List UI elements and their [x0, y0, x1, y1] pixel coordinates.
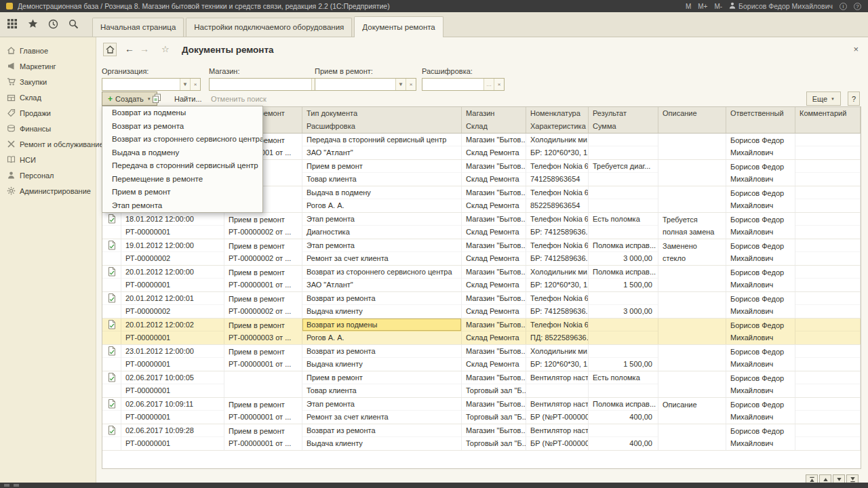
table-row[interactable]: 23.01.2012 12:00:00РТ-00000001Прием в ре…: [102, 345, 861, 371]
column-header[interactable]: НоменклатураХарактеристика: [526, 107, 589, 133]
column-header[interactable]: РезультатСумма: [589, 107, 658, 133]
table-row[interactable]: 18.01.2012 12:00:00РТ-00000001Прием в ре…: [102, 213, 861, 239]
create-menu-item-6[interactable]: Перемещение в ремонте: [102, 173, 262, 186]
main-menu-icon[interactable]: [7, 18, 18, 29]
organization-input[interactable]: ▼ ×: [102, 78, 201, 91]
forward-button[interactable]: →: [140, 43, 149, 54]
dropdown-icon[interactable]: ▼: [395, 79, 406, 90]
table-row[interactable]: 20.01.2012 12:00:01РТ-00000002Прием в ре…: [102, 292, 861, 319]
cell-nom: Телефон Nokia 6...741258963654: [526, 160, 589, 186]
memory-button-2[interactable]: М+: [698, 3, 707, 10]
more-button[interactable]: Еще ▼: [806, 92, 841, 106]
create-menu-item-8[interactable]: Этап ремонта: [102, 199, 262, 213]
detail-field[interactable]: [422, 79, 484, 90]
filter-organization: Организация: ▼ ×: [102, 67, 201, 91]
table-row[interactable]: 20.01.2012 12:00:00РТ-00000001Прием в ре…: [102, 266, 861, 292]
find-button[interactable]: Найти...: [168, 92, 208, 106]
column-header[interactable]: Комментарий: [795, 107, 861, 133]
create-menu-item-3[interactable]: Возврат из стороннего сервисного центра: [102, 133, 262, 146]
cell-resp: Борисов Федор Михайлович: [726, 134, 795, 159]
cell-shop: Магазин "Бытов...Склад Ремонта: [462, 160, 526, 186]
column-header[interactable]: МагазинСклад: [462, 107, 526, 133]
create-menu-item-4[interactable]: Выдача в подмену: [102, 146, 262, 160]
sidebar-item-main[interactable]: Главное: [0, 43, 96, 58]
doc-icon: [102, 345, 121, 358]
home-button[interactable]: [103, 43, 117, 56]
titlebar-help-icon[interactable]: ?: [854, 3, 861, 10]
tab-3[interactable]: Документы ремонта: [354, 16, 443, 37]
back-button[interactable]: ←: [125, 43, 134, 54]
clear-icon[interactable]: ×: [406, 79, 416, 90]
favorites-icon[interactable]: [27, 18, 38, 29]
create-menu-item-5[interactable]: Передача в сторонний сервисный центр: [102, 159, 262, 173]
sidebar-item-personnel[interactable]: Персонал: [0, 167, 96, 183]
table-row[interactable]: 02.06.2017 10:00:05РТ-00000001Прием в ре…: [102, 371, 861, 398]
clear-icon[interactable]: ×: [190, 79, 200, 90]
sidebar-item-administration[interactable]: Администрирование: [0, 183, 96, 199]
cell-nom: Телефон Nokia 6...852258963654: [526, 186, 589, 212]
form-header: ← → ☆ Документы ремонта ×: [96, 37, 868, 64]
current-user[interactable]: Борисов Федор Михайлович: [729, 2, 833, 10]
memory-button-3[interactable]: М-: [714, 3, 722, 10]
filter-label: Организация:: [102, 67, 201, 75]
dropdown-icon[interactable]: ▼: [180, 79, 190, 90]
cell-nom: Телефон Nokia 6...ПД: 8522589636...: [526, 319, 589, 344]
organization-field[interactable]: [102, 79, 180, 90]
create-menu: Возврат из подменыВозврат из ремонтаВозв…: [102, 106, 263, 213]
cell-ico: [102, 239, 121, 265]
column-header[interactable]: Описание: [658, 107, 726, 133]
sidebar-item-finance[interactable]: Финансы: [0, 121, 96, 136]
main-area: ← → ☆ Документы ремонта × Организация: ▼…: [96, 37, 868, 483]
memory-button-1[interactable]: М: [686, 3, 691, 10]
cell-date: 18.01.2012 12:00:00РТ-00000001: [121, 213, 224, 239]
cell-resp: Борисов Федор Михайлович: [726, 186, 795, 212]
cell-date: 20.01.2012 12:00:00РТ-00000001: [121, 266, 224, 291]
cell-type: Возврат из подменыРогов А. А.: [302, 319, 462, 344]
user-name: Борисов Федор Михайлович: [738, 2, 833, 10]
doc-icon: [102, 266, 121, 279]
table-row[interactable]: 02.06.2017 10:09:11РТ-00000001Прием в ре…: [102, 398, 861, 424]
cell-desc: [658, 319, 726, 344]
cell-nom: Холодильник ми...БР: 120*60*30, 1...: [526, 134, 589, 159]
cell-date: 19.01.2012 12:00:00РТ-00000002: [121, 239, 224, 265]
sidebar-item-warehouse[interactable]: Склад: [0, 89, 96, 105]
sidebar-item-marketing[interactable]: Маркетинг: [0, 58, 96, 74]
doc-icon: [102, 424, 121, 437]
sidebar-item-sales[interactable]: Продажи: [0, 105, 96, 121]
tab-1[interactable]: Начальная страница: [92, 18, 184, 37]
favorite-star-icon[interactable]: ☆: [161, 44, 170, 54]
ellipsis-icon[interactable]: …: [484, 79, 494, 90]
info-icon[interactable]: i: [840, 3, 847, 10]
repair-receipt-field[interactable]: [315, 79, 395, 90]
header-line1: Ответственный: [726, 107, 795, 120]
top-panel: Начальная страницаНастройки подключаемог…: [0, 12, 868, 37]
shop-input[interactable]: ▼ ×: [209, 78, 332, 91]
create-menu-item-1[interactable]: Возврат из подмены: [102, 106, 262, 120]
sidebar-item-purchases[interactable]: Закупки: [0, 74, 96, 89]
admin-icon: [7, 186, 16, 195]
filter-detail: Расшифровка: … ×: [422, 67, 505, 91]
tab-2[interactable]: Настройки подключаемого оборудования: [186, 18, 352, 37]
copy-button[interactable]: [149, 92, 164, 106]
create-menu-item-2[interactable]: Возврат из ремонта: [102, 120, 262, 134]
column-header[interactable]: Тип документаРасшифровка: [302, 107, 462, 133]
table-row[interactable]: 20.01.2012 12:00:02РТ-00000001Прием в ре…: [102, 319, 861, 345]
help-button[interactable]: ?: [848, 92, 860, 106]
search-icon[interactable]: [68, 18, 79, 29]
column-header[interactable]: Ответственный: [726, 107, 795, 133]
clear-icon[interactable]: ×: [494, 79, 504, 90]
table-row[interactable]: 19.01.2012 12:00:00РТ-00000002Прием в ре…: [102, 239, 861, 266]
history-icon[interactable]: [47, 18, 58, 29]
bottom-bar: [0, 483, 868, 488]
sidebar-item-repair[interactable]: Ремонт и обслуживание: [0, 136, 96, 152]
repair-receipt-input[interactable]: ▼ ×: [315, 78, 416, 91]
cell-type: Возврат из ремонтаВыдача клиенту: [302, 345, 462, 371]
table-row[interactable]: 02.06.2017 10:09:28РТ-00000001Прием в ре…: [102, 424, 861, 451]
detail-input[interactable]: … ×: [422, 78, 505, 91]
shop-field[interactable]: [210, 79, 311, 90]
close-form-icon[interactable]: ×: [853, 44, 859, 54]
cancel-search-button[interactable]: Отменить поиск: [205, 92, 273, 106]
create-menu-item-7[interactable]: Прием в ремонт: [102, 186, 262, 199]
sidebar-item-nsi[interactable]: НСИ: [0, 152, 96, 167]
cell-resp: Борисов Федор Михайлович: [726, 213, 795, 239]
